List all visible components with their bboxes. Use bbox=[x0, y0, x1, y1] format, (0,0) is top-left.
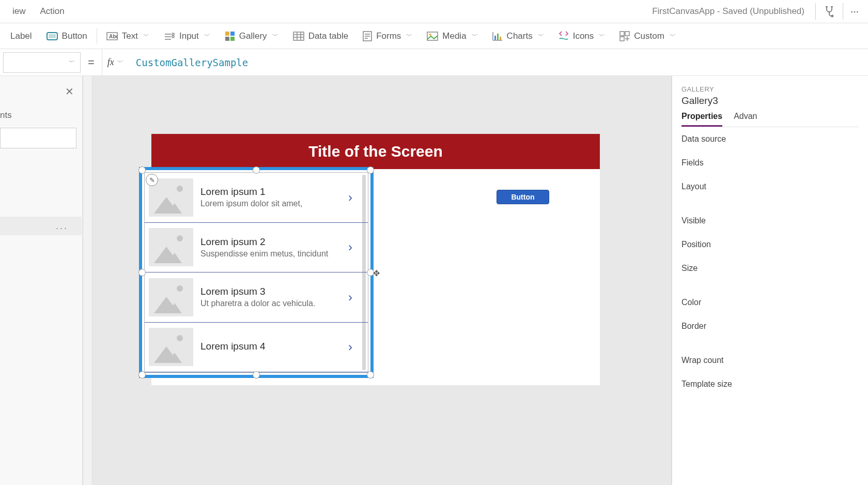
control-category: GALLERY bbox=[681, 85, 859, 93]
formula-bar: ﹀ = fx ﹀ CustomGallerySample bbox=[0, 49, 868, 76]
divider bbox=[843, 3, 843, 20]
chevron-right-icon[interactable]: › bbox=[348, 191, 361, 204]
gallery-item-text: Lorem ipsum 3 Ut pharetra a dolor ac veh… bbox=[200, 286, 341, 308]
svg-rect-11 bbox=[230, 32, 235, 36]
chevron-down-icon: ﹀ bbox=[670, 32, 676, 40]
ribbon-datatable-text: Data table bbox=[308, 31, 349, 41]
placeholder-image-icon bbox=[149, 278, 193, 316]
tree-active-row[interactable]: ... bbox=[0, 217, 82, 235]
move-cursor-icon: ✥ bbox=[373, 268, 380, 278]
chevron-down-icon: ﹀ bbox=[472, 32, 478, 40]
prop-fields[interactable]: Fields bbox=[681, 151, 859, 175]
ribbon-input-text: Input bbox=[179, 31, 199, 41]
prop-visible[interactable]: Visible bbox=[681, 209, 859, 233]
gallery-item[interactable]: Lorem ipsum 3 Ut pharetra a dolor ac veh… bbox=[145, 272, 368, 323]
ribbon-datatable[interactable]: Data table bbox=[286, 27, 356, 46]
gallery-item-title: Lorem ipsum 3 bbox=[200, 286, 341, 297]
charts-icon bbox=[492, 32, 503, 41]
ribbon-gallery[interactable]: Gallery ﹀ bbox=[218, 27, 286, 46]
ribbon-custom-text: Custom bbox=[634, 31, 664, 41]
close-icon[interactable]: ✕ bbox=[65, 85, 74, 98]
tree-label-suffix: nts bbox=[0, 110, 12, 120]
chevron-right-icon[interactable]: › bbox=[348, 341, 361, 353]
menu-view[interactable]: iew bbox=[5, 2, 33, 21]
chevron-right-icon[interactable]: › bbox=[348, 291, 361, 304]
overflow-icon[interactable]: ⋯ bbox=[846, 3, 863, 21]
ribbon-gallery-text: Gallery bbox=[239, 31, 267, 41]
svg-rect-12 bbox=[225, 37, 229, 41]
button-icon bbox=[47, 32, 58, 40]
prop-position[interactable]: Position bbox=[681, 233, 859, 256]
formula-input[interactable]: CustomGallerySample bbox=[129, 49, 868, 76]
svg-rect-28 bbox=[497, 34, 499, 40]
svg-point-0 bbox=[832, 16, 833, 17]
chevron-down-icon: ﹀ bbox=[406, 32, 412, 40]
insert-ribbon: Label Button Abc Text ﹀ Input ﹀ Gallery … bbox=[0, 23, 868, 49]
ribbon-charts[interactable]: Charts ﹀ bbox=[485, 27, 551, 46]
ribbon-button-text: Button bbox=[62, 31, 87, 41]
prop-color[interactable]: Color bbox=[681, 291, 859, 314]
chevron-right-icon[interactable]: › bbox=[348, 241, 361, 253]
prop-size[interactable]: Size bbox=[681, 256, 859, 280]
gallery-item-text: Lorem ipsum 2 Suspendisse enim metus, ti… bbox=[200, 236, 341, 259]
diagnostics-icon[interactable] bbox=[819, 1, 840, 22]
forms-icon bbox=[363, 31, 372, 41]
ribbon-forms[interactable]: Forms ﹀ bbox=[355, 27, 420, 46]
gallery-item-title: Lorem ipsum 2 bbox=[200, 236, 341, 248]
custom-icon bbox=[619, 31, 630, 41]
properties-panel: GALLERY Gallery3 Properties Advan Data s… bbox=[672, 76, 868, 485]
tab-properties[interactable]: Properties bbox=[681, 112, 722, 127]
fx-label: fx bbox=[107, 57, 114, 68]
gallery-item[interactable]: Lorem ipsum 2 Suspendisse enim metus, ti… bbox=[145, 223, 368, 273]
gallery-item-text: Lorem ipsum 4 bbox=[200, 341, 341, 354]
gallery-item-title: Lorem ipsum 1 bbox=[200, 186, 341, 198]
fx-box[interactable]: fx ﹀ bbox=[102, 49, 129, 76]
ribbon-label[interactable]: Label bbox=[3, 27, 39, 46]
ribbon-button[interactable]: Button bbox=[39, 27, 95, 46]
edit-template-icon[interactable]: ✎ bbox=[146, 174, 158, 186]
divider bbox=[815, 3, 816, 20]
input-icon bbox=[164, 32, 175, 41]
gallery-item[interactable]: Lorem ipsum 4 › bbox=[145, 323, 368, 373]
divider bbox=[97, 28, 97, 44]
screen-button[interactable]: Button bbox=[497, 190, 549, 204]
spacer bbox=[681, 338, 859, 348]
svg-rect-31 bbox=[625, 32, 629, 36]
ribbon-icons[interactable]: Icons ﹀ bbox=[551, 26, 613, 46]
media-icon bbox=[427, 32, 438, 41]
gallery-item-subtitle: Ut pharetra a dolor ac vehicula. bbox=[200, 299, 341, 308]
resize-handle-ml[interactable] bbox=[138, 269, 146, 276]
ribbon-text[interactable]: Abc Text ﹀ bbox=[99, 27, 157, 46]
gallery-item[interactable]: Lorem ipsum 1 Lorem ipsum dolor sit amet… bbox=[145, 173, 368, 223]
placeholder-image-icon bbox=[149, 228, 193, 266]
equals-sign: = bbox=[81, 56, 102, 69]
resize-handle-tl[interactable] bbox=[138, 166, 146, 174]
gallery-icon bbox=[225, 31, 235, 41]
tree-search-input[interactable] bbox=[0, 128, 76, 148]
resize-handle-bl[interactable] bbox=[138, 371, 146, 378]
svg-rect-13 bbox=[230, 37, 235, 41]
ribbon-custom[interactable]: Custom ﹀ bbox=[612, 27, 683, 46]
ribbon-media[interactable]: Media ﹀ bbox=[420, 27, 485, 46]
menu-action[interactable]: Action bbox=[33, 2, 72, 21]
ribbon-input[interactable]: Input ﹀ bbox=[157, 27, 218, 46]
svg-point-8 bbox=[172, 33, 174, 35]
prop-wrap-count[interactable]: Wrap count bbox=[681, 348, 859, 372]
control-name[interactable]: Gallery3 bbox=[681, 95, 859, 107]
gallery-inner: Lorem ipsum 1 Lorem ipsum dolor sit amet… bbox=[144, 172, 368, 373]
tab-advanced[interactable]: Advan bbox=[734, 112, 757, 127]
svg-rect-23 bbox=[427, 32, 438, 40]
resize-handle-tr[interactable] bbox=[367, 166, 374, 174]
resize-handle-bm[interactable] bbox=[253, 371, 260, 378]
prop-border[interactable]: Border bbox=[681, 314, 859, 338]
prop-template-size[interactable]: Template size bbox=[681, 372, 859, 396]
ellipsis-icon: ... bbox=[56, 221, 68, 232]
resize-handle-br[interactable] bbox=[367, 371, 374, 378]
gallery-control[interactable]: ✎ ✥ Lorem ipsum 1 Lorem ipsum dolor sit … bbox=[139, 167, 374, 378]
property-selector[interactable]: ﹀ bbox=[3, 52, 81, 73]
prop-data-source[interactable]: Data source bbox=[681, 127, 859, 151]
ribbon-text-text: Text bbox=[122, 31, 138, 41]
resize-handle-tm[interactable] bbox=[253, 166, 260, 174]
prop-layout[interactable]: Layout bbox=[681, 175, 859, 199]
ribbon-charts-text: Charts bbox=[507, 31, 533, 41]
